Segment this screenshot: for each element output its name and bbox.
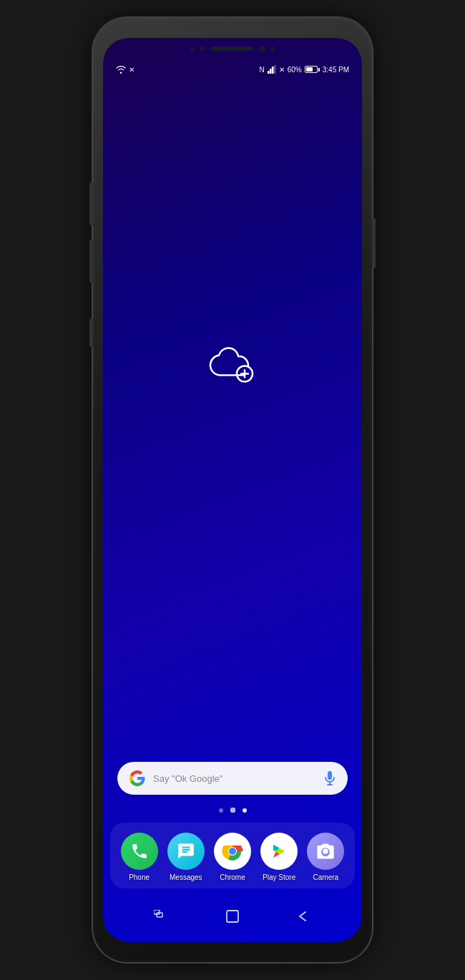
app-phone[interactable]: Phone (121, 833, 158, 881)
battery-icon (305, 66, 320, 73)
phone-label: Phone (129, 873, 150, 881)
power-button[interactable] (372, 218, 376, 268)
app-dock: Phone Messages (110, 823, 355, 888)
app-messages[interactable]: Messages (167, 833, 205, 881)
battery-percent: 60% (288, 66, 302, 74)
page-dot-1 (219, 808, 223, 813)
front-camera (259, 46, 265, 52)
svg-rect-18 (227, 911, 238, 922)
svg-rect-1 (270, 69, 272, 74)
page-indicator (103, 808, 362, 813)
bottom-nav-bar (103, 898, 362, 942)
phone-icon (121, 833, 158, 870)
camera-icon (307, 833, 344, 870)
status-time: 3:45 PM (323, 66, 349, 74)
app-playstore[interactable]: Play Store (260, 833, 298, 881)
home-button[interactable] (222, 906, 243, 931)
sensor-dot-2 (200, 46, 205, 51)
wifi-icon (116, 66, 126, 74)
messages-label: Messages (170, 873, 202, 881)
recent-apps-button[interactable] (150, 906, 172, 931)
google-search-bar[interactable]: Say "Ok Google" (117, 762, 348, 795)
svg-point-14 (229, 848, 236, 855)
sensor-dot-3 (270, 46, 275, 51)
page-dot-home (230, 808, 235, 813)
page-dot-active (243, 808, 247, 813)
app-chrome[interactable]: Chrome (214, 833, 251, 881)
nfc-icon: N (260, 66, 265, 74)
wallpaper-area[interactable] (103, 79, 362, 762)
volume-down-button[interactable] (89, 240, 93, 283)
playstore-label: Play Store (263, 873, 295, 881)
status-x-indicator: ✕ (129, 66, 134, 74)
top-bezel (103, 38, 362, 59)
cloud-upload-icon[interactable] (207, 345, 258, 387)
svg-rect-2 (272, 67, 274, 74)
status-left: ✕ (116, 66, 134, 74)
chrome-label: Chrome (220, 873, 245, 881)
signal-icon (268, 65, 276, 74)
sensor-dot (190, 46, 195, 51)
back-button[interactable] (293, 906, 315, 930)
bixby-button[interactable] (89, 318, 93, 347)
speaker-grille (210, 46, 253, 51)
phone-device: ✕ N ✕ 60% (93, 18, 372, 962)
google-logo (129, 770, 146, 787)
app-camera[interactable]: Camera (307, 833, 344, 881)
status-bar: ✕ N ✕ 60% (103, 59, 362, 79)
chrome-icon (214, 833, 251, 870)
svg-rect-3 (274, 65, 276, 74)
no-service-icon: ✕ (279, 66, 285, 74)
svg-rect-7 (328, 771, 332, 780)
svg-rect-0 (268, 71, 270, 74)
volume-up-button[interactable] (89, 182, 93, 225)
playstore-icon (260, 833, 298, 870)
phone-screen: ✕ N ✕ 60% (103, 38, 362, 942)
search-bar-container: Say "Ok Google" (103, 762, 362, 795)
status-right: N ✕ 60% (260, 65, 350, 74)
messages-icon (167, 833, 205, 870)
search-placeholder: Say "Ok Google" (153, 773, 316, 784)
camera-label: Camera (313, 873, 339, 881)
screen-content: Say "Ok Google" (103, 79, 362, 942)
microphone-icon[interactable] (323, 771, 336, 785)
